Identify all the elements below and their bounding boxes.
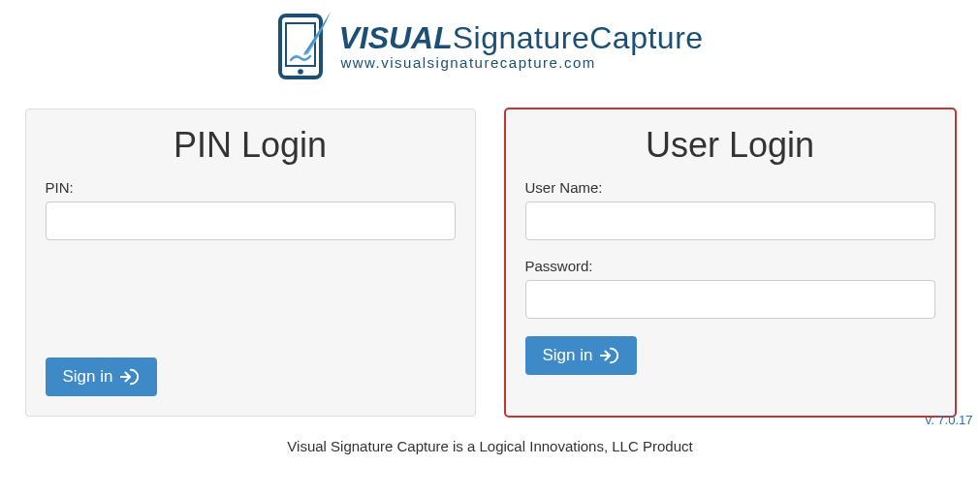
- logo-rest: SignatureCapture: [453, 20, 704, 55]
- password-label: Password:: [525, 258, 935, 274]
- pin-login-title: PIN Login: [46, 125, 456, 166]
- footer-text: Visual Signature Capture is a Logical In…: [287, 438, 692, 454]
- password-input[interactable]: [525, 280, 935, 319]
- svg-point-2: [299, 69, 304, 75]
- user-login-title: User Login: [525, 125, 935, 166]
- signin-icon: [120, 368, 140, 386]
- username-label: User Name:: [525, 179, 935, 196]
- username-input[interactable]: [525, 202, 935, 240]
- pin-login-panel: PIN Login PIN: Sign in: [25, 109, 476, 417]
- logo-url: www.visualsignaturecapture.com: [338, 55, 595, 70]
- signin-icon: [600, 347, 619, 364]
- pin-signin-button[interactable]: Sign in: [46, 357, 158, 396]
- footer: v. 7.0.17 Visual Signature Capture is a …: [25, 426, 956, 454]
- logo-visual: VISUAL: [338, 20, 452, 55]
- pin-signin-label: Sign in: [63, 367, 113, 387]
- tablet-quill-icon: [276, 8, 336, 83]
- logo-wordmark: VISUALSignatureCapture: [338, 22, 703, 53]
- pin-input[interactable]: [46, 202, 456, 240]
- version-text: v. 7.0.17: [926, 413, 973, 427]
- user-login-panel: User Login User Name: Password: Sign in: [505, 109, 956, 417]
- pin-label: PIN:: [46, 179, 456, 196]
- user-signin-button[interactable]: Sign in: [525, 336, 638, 375]
- logo-area: VISUALSignatureCapture www.visualsignatu…: [25, 8, 956, 87]
- logo: VISUALSignatureCapture www.visualsignatu…: [276, 8, 703, 83]
- user-signin-label: Sign in: [543, 346, 593, 365]
